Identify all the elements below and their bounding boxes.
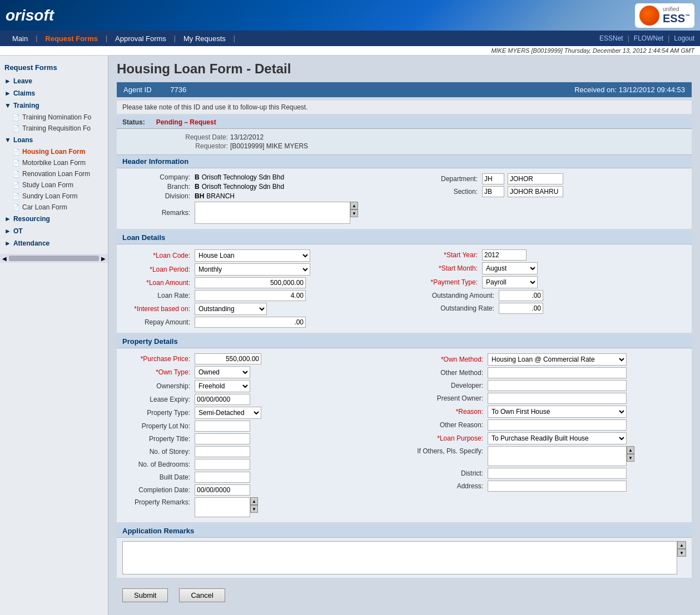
sidebar-section-leave[interactable]: ► Leave — [0, 75, 108, 87]
property-details-section: Property Details *Purchase Price: *Own T… — [117, 335, 692, 522]
no-storey-input[interactable] — [195, 446, 250, 457]
scroll-up-icon[interactable]: ▲ — [627, 446, 634, 454]
sidebar-section-attendance[interactable]: ► Attendance — [0, 237, 108, 249]
ownership-select[interactable]: Freehold — [195, 380, 250, 392]
property-lot-input[interactable] — [195, 421, 250, 432]
scroll-up-icon[interactable]: ▲ — [677, 541, 686, 549]
logout-link[interactable]: Logout — [674, 34, 694, 42]
received-date: 13/12/2012 09:44:53 — [619, 86, 685, 94]
reason-select[interactable]: To Own First House — [488, 406, 627, 418]
essnet-link[interactable]: ESSNet — [599, 34, 623, 42]
purchase-price-input[interactable] — [195, 353, 261, 364]
loan-amount-input[interactable] — [195, 277, 306, 288]
cancel-button[interactable]: Cancel — [179, 588, 225, 602]
no-bedrooms-input[interactable] — [195, 459, 250, 470]
branch-code: B — [195, 183, 200, 191]
address-label: Address: — [410, 482, 488, 490]
nav-my-requests[interactable]: My Requests — [177, 31, 232, 46]
sidebar-section-training[interactable]: ▼ Training — [0, 99, 108, 112]
property-title-input[interactable] — [195, 433, 250, 444]
request-info: Request Date: 13/12/2012 Requestor: [B00… — [117, 129, 692, 155]
section-name-input[interactable] — [508, 186, 563, 197]
submit-button[interactable]: Submit — [122, 588, 168, 602]
sidebar-item-renovation-loan[interactable]: 📄 Renovation Loan Form — [0, 168, 108, 179]
property-type-select[interactable]: Semi-Detached — [195, 407, 261, 419]
loan-rate-label: Loan Rate: — [122, 292, 195, 299]
doc-icon: 📄 — [12, 159, 20, 167]
developer-input[interactable] — [488, 380, 627, 391]
sidebar-item-study-loan[interactable]: 📄 Study Loan Form — [0, 179, 108, 191]
own-type-select[interactable]: Owned — [195, 366, 250, 378]
right-arrow-icon[interactable]: ▶ — [101, 256, 106, 262]
department-code-input[interactable] — [482, 173, 504, 184]
if-others-textarea[interactable] — [488, 446, 627, 466]
other-reason-input[interactable] — [488, 419, 627, 431]
loan-period-select[interactable]: Monthly — [195, 263, 310, 276]
left-arrow-icon[interactable]: ◀ — [2, 256, 7, 262]
repay-amount-input[interactable] — [195, 317, 306, 328]
nav-main[interactable]: Main — [6, 31, 34, 46]
other-method-input[interactable] — [488, 367, 627, 378]
sidebar-section-resourcing[interactable]: ► Resourcing — [0, 213, 108, 225]
ess-brand: unified ESS™ — [663, 6, 690, 25]
outstanding-rate-input[interactable] — [499, 303, 543, 314]
developer-label: Developer: — [410, 382, 488, 389]
sidebar-section-loans[interactable]: ▼ Loans — [0, 134, 108, 146]
scroll-down-icon[interactable]: ▼ — [677, 549, 686, 557]
sidebar-item-housing-loan[interactable]: 📄 Housing Loan Form — [0, 146, 108, 157]
loan-code-select[interactable]: House Loan — [195, 249, 310, 262]
sidebar-item-sundry-loan[interactable]: 📄 Sundry Loan Form — [0, 191, 108, 202]
own-method-select[interactable]: Housing Loan @ Commercial Rate — [488, 353, 627, 366]
content: Housing Loan Form - Detail Agent ID 7736… — [108, 56, 700, 615]
doc-icon: 📄 — [12, 125, 20, 132]
loan-purpose-label: *Loan Purpose: — [410, 434, 488, 442]
start-month-select[interactable]: August — [482, 262, 538, 274]
flownet-link[interactable]: FLOWNet — [634, 34, 663, 42]
outstanding-amount-label: Outstanding Amount: — [410, 292, 499, 299]
sidebar-scrollbar[interactable]: ◀ ▶ — [0, 254, 108, 263]
company-name: Orisoft Technology Sdn Bhd — [202, 173, 285, 181]
sidebar-item-training-nomination[interactable]: 📄 Training Nomination Fo — [0, 112, 108, 123]
repay-amount-label: Repay Amount: — [122, 318, 195, 326]
outstanding-amount-input[interactable] — [499, 290, 543, 301]
if-others-label: If Others, Pls. Specify: — [410, 446, 488, 455]
scroll-up-icon[interactable]: ▲ — [250, 497, 258, 505]
sidebar-item-training-requisition[interactable]: 📄 Training Requisition Fo — [0, 123, 108, 134]
completion-date-input[interactable] — [195, 484, 250, 496]
nav-request-forms[interactable]: Request Forms — [38, 31, 105, 46]
header-remarks-textarea[interactable] — [195, 202, 350, 224]
scroll-down-icon[interactable]: ▼ — [350, 209, 358, 217]
nav-approval-forms[interactable]: Approval Forms — [108, 31, 173, 46]
department-name-input[interactable] — [508, 173, 563, 184]
sidebar-item-car-loan[interactable]: 📄 Car Loan Form — [0, 202, 108, 213]
built-date-input[interactable] — [195, 472, 250, 483]
nav-right: ESSNet | FLOWNet | Logout — [599, 34, 694, 42]
present-owner-input[interactable] — [488, 393, 627, 404]
section-code-input[interactable] — [482, 186, 504, 197]
sidebar-item-motorbike-loan[interactable]: 📄 Motorbike Loan Form — [0, 157, 108, 168]
address-input[interactable] — [488, 481, 627, 492]
ess-unified-label: unified — [663, 6, 690, 12]
ownership-label: Ownership: — [122, 382, 195, 390]
status-value: Pending – Request — [156, 118, 216, 126]
userbar: MIKE MYERS [B0019999] Thursday, December… — [0, 46, 700, 56]
scroll-up-icon[interactable]: ▲ — [350, 202, 358, 209]
payment-type-select[interactable]: Payroll — [482, 276, 538, 288]
header-info-title: Header Information — [117, 155, 692, 168]
lease-expiry-input[interactable] — [195, 394, 250, 405]
scroll-down-icon[interactable]: ▼ — [627, 454, 634, 462]
loan-code-label: *Loan Code: — [122, 252, 195, 259]
interest-select[interactable]: Outstanding — [195, 303, 267, 315]
sidebar-section-ot[interactable]: ► OT — [0, 225, 108, 237]
app-remarks-textarea[interactable] — [122, 541, 677, 574]
loan-purpose-select[interactable]: To Purchase Readily Built House — [488, 432, 627, 444]
scroll-down-icon[interactable]: ▼ — [250, 505, 258, 513]
doc-icon: 📄 — [12, 171, 20, 178]
property-remarks-textarea[interactable] — [195, 497, 250, 517]
property-type-label: Property Type: — [122, 409, 195, 417]
district-input[interactable] — [488, 468, 627, 479]
sidebar-section-claims[interactable]: ► Claims — [0, 87, 108, 99]
start-year-input[interactable] — [482, 249, 527, 261]
loan-rate-input[interactable] — [195, 290, 306, 301]
own-type-label: *Own Type: — [122, 368, 195, 376]
